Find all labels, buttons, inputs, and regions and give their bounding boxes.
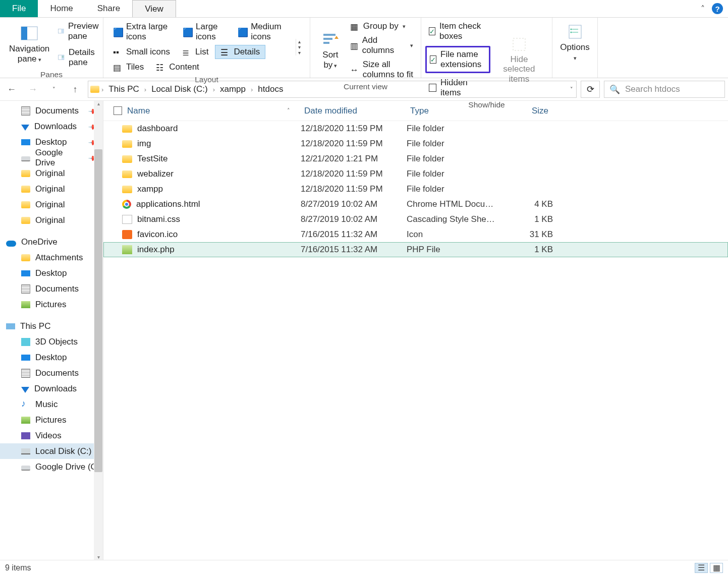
nav-onedrive-item[interactable]: Attachments xyxy=(0,250,103,265)
navigation-pane-icon xyxy=(20,25,38,43)
tab-share[interactable]: Share xyxy=(85,0,132,17)
nav-quick-item[interactable]: Documents 📌 xyxy=(0,103,103,119)
layout-content[interactable]: ☷Content xyxy=(150,60,205,74)
nav-pc-item[interactable]: 3D Objects xyxy=(0,334,103,350)
nav-quick-item[interactable]: Original xyxy=(0,181,103,197)
file-row[interactable]: index.php 7/16/2015 11:32 AM PHP File 1 … xyxy=(103,242,728,257)
nav-item-label: Documents xyxy=(35,106,79,116)
nav-quick-item[interactable]: Original xyxy=(0,197,103,212)
help-icon[interactable]: ? xyxy=(712,3,723,14)
view-large-icons-toggle[interactable]: ▦ xyxy=(710,563,723,573)
file-row[interactable]: dashboard 12/18/2020 11:59 PM File folde… xyxy=(103,121,728,136)
address-dropdown-icon[interactable]: ˅ xyxy=(570,86,573,93)
group-by-icon: ▦ xyxy=(350,22,359,31)
nav-pc-item[interactable]: Downloads xyxy=(0,381,103,396)
layout-list[interactable]: ≣List xyxy=(177,45,214,59)
file-row[interactable]: applications.html 8/27/2019 10:02 AM Chr… xyxy=(103,197,728,212)
refresh-button[interactable]: ⟳ xyxy=(581,81,600,98)
layout-xl-icon: 🟦 xyxy=(113,27,122,36)
nav-onedrive-item[interactable]: Pictures xyxy=(0,297,103,312)
sort-by-button[interactable]: Sort by ▾ xyxy=(314,20,347,81)
nav-pc-item[interactable]: Videos xyxy=(0,428,103,443)
doc-icon xyxy=(21,284,30,294)
crumb-xampp[interactable]: xampp xyxy=(217,84,249,94)
hide-selected-items-button[interactable]: Hide selected items xyxy=(490,20,548,99)
add-columns-button[interactable]: ▥Add columns ▾ xyxy=(347,34,417,57)
folder-icon xyxy=(122,140,132,148)
chevron-right-icon[interactable]: › xyxy=(101,86,103,93)
layout-tiles[interactable]: ▤Tiles xyxy=(107,60,149,74)
nav-quick-item[interactable]: Original xyxy=(0,165,103,181)
item-check-boxes-toggle[interactable]: ✓Item check boxes xyxy=(425,20,490,43)
col-name-header[interactable]: Name xyxy=(127,106,150,116)
view-details-toggle[interactable]: ☰ xyxy=(695,563,708,573)
search-icon: 🔍 xyxy=(609,84,620,95)
nav-pc-item[interactable]: Documents xyxy=(0,365,103,381)
layout-tiles-icon: ▤ xyxy=(113,63,122,72)
nav-pc-item[interactable]: ♪ Music xyxy=(0,396,103,412)
nav-forward-button[interactable]: → xyxy=(24,81,41,98)
nav-quick-item[interactable]: Downloads 📌 xyxy=(0,119,103,134)
layout-small[interactable]: ▪▪Small icons xyxy=(107,45,176,59)
nav-quick-item[interactable]: Original xyxy=(0,212,103,228)
details-pane-button[interactable]: Details pane xyxy=(54,46,105,69)
crumb-htdocs[interactable]: htdocs xyxy=(255,84,286,94)
file-name-extensions-toggle[interactable]: ✓File name extensions xyxy=(425,46,490,73)
file-row[interactable]: TestSite 12/21/2020 1:21 PM File folder xyxy=(103,151,728,166)
address-bar: ← → ˅ ↑ › This PC› Local Disk (C:)› xamp… xyxy=(0,78,728,101)
file-size: 1 KB xyxy=(497,245,553,255)
group-by-button[interactable]: ▦Group by ▾ xyxy=(347,20,417,33)
hide-selected-label: Hide selected items xyxy=(495,54,543,84)
file-row[interactable]: xampp 12/18/2020 11:59 PM File folder xyxy=(103,182,728,197)
options-button[interactable]: Options▾ xyxy=(555,20,595,66)
chevron-right-icon[interactable]: › xyxy=(213,86,215,93)
file-type: Icon xyxy=(407,229,497,240)
crumb-this-pc[interactable]: This PC xyxy=(105,84,142,94)
layout-extra-large[interactable]: 🟦Extra large icons xyxy=(107,20,176,44)
size-columns-fit-button[interactable]: ↔Size all columns to fit xyxy=(347,58,417,81)
file-row[interactable]: bitnami.css 8/27/2019 10:02 AM Cascading… xyxy=(103,212,728,227)
chevron-right-icon[interactable]: › xyxy=(144,86,146,93)
file-row[interactable]: img 12/18/2020 11:59 PM File folder xyxy=(103,136,728,151)
layout-details[interactable]: ☰Details xyxy=(215,45,265,59)
nav-this-pc[interactable]: This PC xyxy=(0,318,103,334)
pc-icon xyxy=(6,323,15,329)
nav-back-button[interactable]: ← xyxy=(3,81,20,98)
nav-recent-button[interactable]: ˅ xyxy=(45,81,63,98)
file-size: 1 KB xyxy=(497,214,553,224)
file-date: 12/18/2020 11:59 PM xyxy=(301,124,407,134)
nav-pc-item[interactable]: Pictures xyxy=(0,412,103,428)
tab-home[interactable]: Home xyxy=(38,0,85,17)
file-row[interactable]: webalizer 12/18/2020 11:59 PM File folde… xyxy=(103,166,728,182)
nav-pc-item[interactable]: Desktop xyxy=(0,350,103,365)
select-all-checkbox[interactable] xyxy=(114,106,122,115)
nav-scrollbar[interactable]: ▴ ▾ xyxy=(94,101,103,560)
layout-small-icon: ▪▪ xyxy=(113,47,122,56)
crumb-local-disk[interactable]: Local Disk (C:) xyxy=(148,84,210,94)
nav-onedrive[interactable]: OneDrive xyxy=(0,234,103,250)
layout-expand[interactable]: ▴▾▾ xyxy=(296,39,306,55)
col-size-header[interactable]: Size xyxy=(497,106,552,116)
layout-large[interactable]: 🟦Large icons xyxy=(177,20,231,44)
nav-onedrive-item[interactable]: Documents xyxy=(0,281,103,297)
layout-list-icon: ≣ xyxy=(182,47,191,56)
col-date-header[interactable]: Date modified xyxy=(300,106,406,116)
tab-file[interactable]: File xyxy=(0,0,38,17)
nav-pc-item[interactable]: Google Drive (G: xyxy=(0,459,103,475)
search-input[interactable]: 🔍 Search htdocs xyxy=(604,81,725,98)
file-type: File folder xyxy=(407,184,497,194)
nav-pc-item[interactable]: Local Disk (C:) xyxy=(0,443,103,459)
nav-onedrive-item[interactable]: Desktop xyxy=(0,265,103,281)
minimize-ribbon-icon[interactable]: ˄ xyxy=(701,4,705,14)
file-row[interactable]: favicon.ico 7/16/2015 11:32 AM Icon 31 K… xyxy=(103,227,728,242)
nav-up-button[interactable]: ↑ xyxy=(67,81,84,98)
chevron-right-icon[interactable]: › xyxy=(251,86,253,93)
preview-pane-button[interactable]: Preview pane xyxy=(54,20,105,43)
navigation-pane-button[interactable]: Navigation pane ▾ xyxy=(4,20,54,69)
layout-medium[interactable]: 🟦Medium icons xyxy=(232,20,293,44)
tab-view[interactable]: View xyxy=(132,0,176,17)
nav-quick-item[interactable]: Google Drive 📌 xyxy=(0,150,103,165)
css-icon xyxy=(122,215,132,224)
pic-icon xyxy=(21,417,30,424)
col-type-header[interactable]: Type xyxy=(406,106,497,116)
